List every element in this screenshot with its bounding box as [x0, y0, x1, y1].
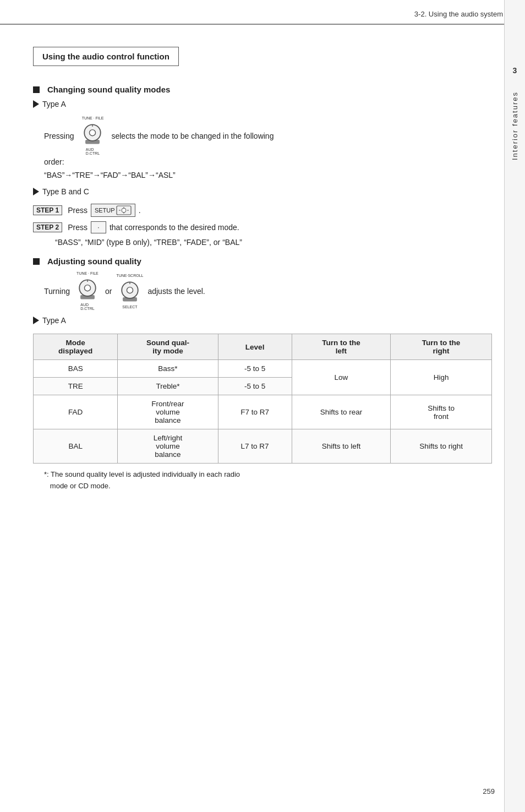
triangle-bullet2-icon: [33, 188, 39, 195]
step1-press-text: Press: [68, 206, 88, 215]
order-text: order:: [44, 157, 492, 166]
sidebar-label: Interior features: [511, 91, 519, 160]
mode-sequence: “BAS”→“TRE”→“FAD”→“BAL”→“ASL”: [44, 171, 492, 179]
typeA-label: Type A: [33, 100, 492, 108]
step2-row: STEP 2 Press · that corresponds to the d…: [33, 221, 492, 233]
knob1-adj-svg: [74, 276, 101, 302]
knob2-adj: TUNE·SCROLL SELECT: [116, 274, 143, 309]
dot-box-icon[interactable]: ·: [91, 221, 106, 233]
col-mode-displayed: Modedisplayed: [34, 334, 118, 360]
knob2-adj-top: TUNE·SCROLL: [116, 274, 143, 277]
footnote: *: The sound quality level is adjusted i…: [44, 469, 492, 492]
knob2-adj-bottom: SELECT: [122, 305, 137, 309]
row4-mode: BAL: [34, 429, 118, 464]
sound-quality-table: Modedisplayed Sound qual-ity mode Level …: [33, 334, 492, 464]
step1-row: STEP 1 Press SETUP .: [33, 204, 492, 217]
knob1: TUNE · FILE AUDD.CTRL: [79, 116, 106, 155]
subsection2-title: Adjusting sound quality: [33, 257, 492, 266]
pressing-row: Pressing TUNE · FILE AUDD.CTRL selects t…: [44, 116, 492, 155]
row3-quality: Front/rearvolumebalance: [118, 395, 218, 429]
row2-level: -5 to 5: [218, 378, 292, 395]
row3-mode: FAD: [34, 395, 118, 429]
step1-suffix: .: [139, 206, 141, 215]
knob2-adj-svg: [117, 278, 143, 304]
knob1-adj-bottom: AUDD.CTRL: [80, 303, 94, 310]
triangle-bullet3-icon: [33, 317, 39, 324]
knob1-adj-top: TUNE · FILE: [76, 271, 99, 275]
table-row: BAL Left/rightvolumebalance L7 to R7 Shi…: [34, 429, 492, 464]
subsection1-title: Changing sound quality modes: [33, 85, 492, 94]
main-content: Using the audio control function Changin…: [0, 41, 525, 525]
col-level: Level: [218, 334, 292, 360]
turning-row: Turning TUNE · FILE AUDD.CTRL or TUNE·SC…: [44, 271, 492, 310]
knob1-top-label: TUNE · FILE: [82, 116, 104, 120]
row1-mode: BAS: [34, 360, 118, 378]
typeA2-label: Type A: [33, 316, 492, 325]
step2-suffix: that corresponds to the desired mode.: [110, 223, 239, 232]
typeBC-label: Type B and C: [33, 187, 492, 196]
page-header: 3-2. Using the audio system: [0, 0, 525, 25]
knob1-svg: [79, 121, 106, 147]
setup-svg: [116, 205, 132, 215]
svg-point-16: [127, 287, 133, 293]
turning-text: Turning: [44, 287, 70, 296]
knob1-bottom-label: AUDD.CTRL: [86, 148, 100, 155]
selects-text: selects the mode to be changed in the fo…: [111, 132, 274, 140]
svg-point-12: [84, 285, 90, 291]
col-sound-quality: Sound qual-ity mode: [118, 334, 218, 360]
svg-point-5: [122, 208, 126, 212]
row1-left: Low: [292, 360, 391, 395]
square-bullet2-icon: [33, 258, 40, 265]
setup-icon: SETUP: [91, 204, 135, 217]
square-bullet-icon: [33, 86, 40, 93]
table-row: FAD Front/rearvolumebalance F7 to R7 Shi…: [34, 395, 492, 429]
row2-mode: TRE: [34, 378, 118, 395]
row3-left: Shifts to rear: [292, 395, 391, 429]
right-sidebar: 3 Interior features: [504, 0, 525, 812]
knob1-adj: TUNE · FILE AUDD.CTRL: [74, 271, 101, 310]
header-text: 3-2. Using the audio system: [414, 10, 503, 18]
or-text: or: [105, 287, 112, 296]
row4-quality: Left/rightvolumebalance: [118, 429, 218, 464]
section-title: Using the audio control function: [33, 47, 179, 66]
row4-right: Shifts to right: [391, 429, 492, 464]
step2-modes: “BASS”, “MID” (type B only), “TREB”, “FA…: [55, 238, 492, 247]
triangle-bullet-icon: [33, 100, 39, 108]
table-header-row: Modedisplayed Sound qual-ity mode Level …: [34, 334, 492, 360]
row4-left: Shifts to left: [292, 429, 391, 464]
table-row: BAS Bass* -5 to 5 Low High: [34, 360, 492, 378]
svg-point-2: [90, 130, 96, 136]
row4-level: L7 to R7: [218, 429, 292, 464]
page-number: 259: [483, 787, 495, 795]
row1-level: -5 to 5: [218, 360, 292, 378]
row3-right: Shifts tofront: [391, 395, 492, 429]
col-turn-right: Turn to theright: [391, 334, 492, 360]
row1-quality: Bass*: [118, 360, 218, 378]
pressing-text: Pressing: [44, 132, 74, 140]
step2-press-text: Press: [68, 223, 88, 232]
row3-level: F7 to R7: [218, 395, 292, 429]
adjusts-text: adjusts the level.: [147, 287, 205, 296]
col-turn-left: Turn to theleft: [292, 334, 391, 360]
sidebar-number: 3: [513, 66, 517, 75]
step1-box: STEP 1: [33, 205, 62, 215]
step2-box: STEP 2: [33, 222, 62, 232]
row2-quality: Treble*: [118, 378, 218, 395]
row1-right: High: [391, 360, 492, 395]
